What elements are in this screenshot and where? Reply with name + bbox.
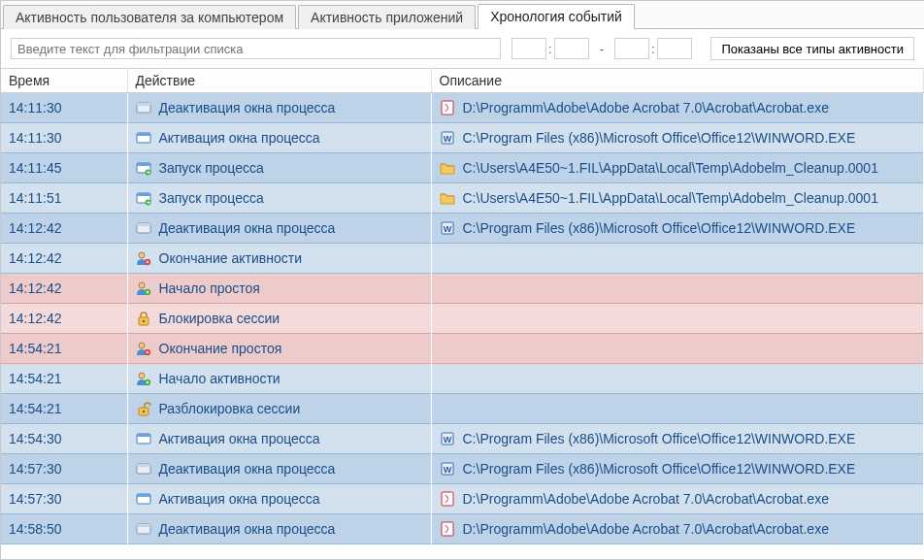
time-from-min[interactable] xyxy=(554,38,589,59)
time-text: 14:57:30 xyxy=(9,461,62,477)
pdf-icon xyxy=(440,521,455,537)
table-row[interactable]: 14:54:21Разблокировка сессии xyxy=(1,394,924,424)
cell-description xyxy=(431,274,924,304)
app-frame: { "tabs": { "t0": "Активность пользовате… xyxy=(0,0,924,560)
cell-description xyxy=(431,334,924,364)
cell-time: 14:57:30 xyxy=(1,484,127,514)
svg-text:W: W xyxy=(443,134,451,144)
action-text: Начало активности xyxy=(159,371,280,386)
description-text: D:\Programm\Adobe\Adobe Acrobat 7.0\Acro… xyxy=(463,100,829,115)
table-row[interactable]: 14:12:42Начало простоя xyxy=(1,274,924,304)
svg-point-19 xyxy=(139,282,145,288)
table-row[interactable]: 14:12:42Деактивация окна процессаWC:\Pro… xyxy=(1,214,924,244)
svg-text:W: W xyxy=(443,224,451,234)
table-row[interactable]: 14:57:30Деактивация окна процессаWC:\Pro… xyxy=(1,454,924,484)
col-header-action[interactable]: Действие xyxy=(127,69,431,93)
table-row[interactable]: 14:11:30Деактивация окна процессаD:\Prog… xyxy=(1,93,924,123)
svg-rect-41 xyxy=(137,524,150,527)
cell-time: 14:12:42 xyxy=(1,244,127,274)
table-row[interactable]: 14:11:51Запуск процессаC:\Users\A4E50~1.… xyxy=(1,183,924,214)
table-row[interactable]: 14:11:45Запуск процессаC:\Users\A4E50~1.… xyxy=(1,153,924,183)
cell-time: 14:12:42 xyxy=(1,214,127,244)
tab-app-activity[interactable]: Активность приложений xyxy=(298,5,476,29)
description-text: D:\Programm\Adobe\Adobe Acrobat 7.0\Acro… xyxy=(463,521,829,537)
col-header-time[interactable]: Время xyxy=(1,69,127,93)
window-active-icon xyxy=(136,431,151,446)
cell-description: C:\Users\A4E50~1.FIL\AppData\Local\Temp\… xyxy=(431,153,924,183)
cell-action: Запуск процесса xyxy=(127,183,431,214)
lock-icon xyxy=(136,311,151,326)
table-row[interactable]: 14:54:21Окончание простоя xyxy=(1,334,924,364)
folder-icon xyxy=(440,190,455,206)
description-text: C:\Program Files (x86)\Microsoft Office\… xyxy=(463,461,856,477)
cell-action: Начало простоя xyxy=(127,274,431,304)
user-start-icon xyxy=(136,280,151,296)
word-icon: W xyxy=(440,220,455,236)
time-to-hour[interactable] xyxy=(614,38,649,59)
table-row[interactable]: 14:11:30Активация окна процессаWC:\Progr… xyxy=(1,123,924,153)
table-row[interactable]: 14:57:30Активация окна процессаD:\Progra… xyxy=(1,484,924,514)
svg-point-22 xyxy=(142,320,144,322)
cell-description xyxy=(431,304,924,334)
svg-rect-30 xyxy=(137,434,150,437)
svg-rect-11 xyxy=(137,193,150,196)
svg-text:W: W xyxy=(443,435,451,445)
cell-action: Окончание простоя xyxy=(127,334,431,364)
window-inactive-icon xyxy=(136,100,151,115)
time-text: 14:11:45 xyxy=(9,160,62,176)
window-inactive-icon xyxy=(136,521,151,537)
pdf-icon xyxy=(440,100,455,115)
cell-action: Деактивация окна процесса xyxy=(127,214,431,244)
table-row[interactable]: 14:54:30Активация окна процессаWC:\Progr… xyxy=(1,424,924,454)
action-text: Окончание активности xyxy=(159,250,303,266)
events-table-wrap: Время Действие Описание 14:11:30Деактива… xyxy=(1,68,924,559)
cell-description: D:\Programm\Adobe\Adobe Acrobat 7.0\Acro… xyxy=(431,514,924,544)
window-active-icon xyxy=(136,491,151,507)
time-to-min[interactable] xyxy=(657,38,692,59)
activity-type-filter-button[interactable]: Показаны все типы активности xyxy=(710,37,914,60)
svg-rect-14 xyxy=(137,223,150,226)
tab-user-activity[interactable]: Активность пользователя за компьютером xyxy=(3,5,296,29)
filter-bar: : - : Показаны все типы активности xyxy=(1,29,924,68)
process-start-icon xyxy=(136,160,151,176)
time-from-hour[interactable] xyxy=(512,38,546,59)
time-text: 14:12:42 xyxy=(9,311,62,326)
description-text: C:\Program Files (x86)\Microsoft Office\… xyxy=(463,220,856,236)
cell-description: C:\Users\A4E50~1.FIL\AppData\Local\Temp\… xyxy=(431,183,924,214)
svg-rect-38 xyxy=(137,494,150,497)
table-row[interactable]: 14:12:42Блокировка сессии xyxy=(1,304,924,334)
cell-action: Запуск процесса xyxy=(127,153,431,183)
time-range-dash: - xyxy=(600,42,604,56)
description-text: C:\Users\A4E50~1.FIL\AppData\Local\Temp\… xyxy=(463,160,878,176)
time-text: 14:54:21 xyxy=(9,371,62,386)
window-inactive-icon xyxy=(136,461,151,477)
action-text: Окончание простоя xyxy=(159,341,282,356)
action-text: Блокировка сессии xyxy=(159,311,280,326)
svg-point-25 xyxy=(139,373,145,379)
filter-text-input[interactable] xyxy=(11,38,501,59)
table-row[interactable]: 14:54:21Начало активности xyxy=(1,364,924,394)
table-row[interactable]: 14:58:50Деактивация окна процессаD:\Prog… xyxy=(1,514,924,544)
cell-time: 14:11:30 xyxy=(1,93,127,123)
time-text: 14:11:30 xyxy=(9,100,62,115)
svg-point-17 xyxy=(139,252,145,258)
svg-rect-4 xyxy=(137,133,150,136)
action-text: Деактивация окна процесса xyxy=(159,521,336,537)
col-header-description[interactable]: Описание xyxy=(431,69,924,93)
tab-event-timeline[interactable]: Хронология событий xyxy=(478,4,635,29)
pdf-icon xyxy=(440,491,455,507)
cell-description: WC:\Program Files (x86)\Microsoft Office… xyxy=(431,454,924,484)
time-text: 14:11:51 xyxy=(9,190,62,206)
cell-time: 14:12:42 xyxy=(1,304,127,334)
table-row[interactable]: 14:12:42Окончание активности xyxy=(1,244,924,274)
time-text: 14:54:21 xyxy=(9,341,62,356)
time-text: 14:54:21 xyxy=(9,401,62,416)
time-text: 14:12:42 xyxy=(9,220,62,236)
cell-action: Деактивация окна процесса xyxy=(127,93,431,123)
cell-time: 14:54:30 xyxy=(1,424,127,454)
cell-action: Деактивация окна процесса xyxy=(127,454,431,484)
action-text: Запуск процесса xyxy=(159,190,264,206)
action-text: Начало простоя xyxy=(159,280,260,296)
cell-action: Активация окна процесса xyxy=(127,484,431,514)
action-text: Деактивация окна процесса xyxy=(159,220,336,236)
